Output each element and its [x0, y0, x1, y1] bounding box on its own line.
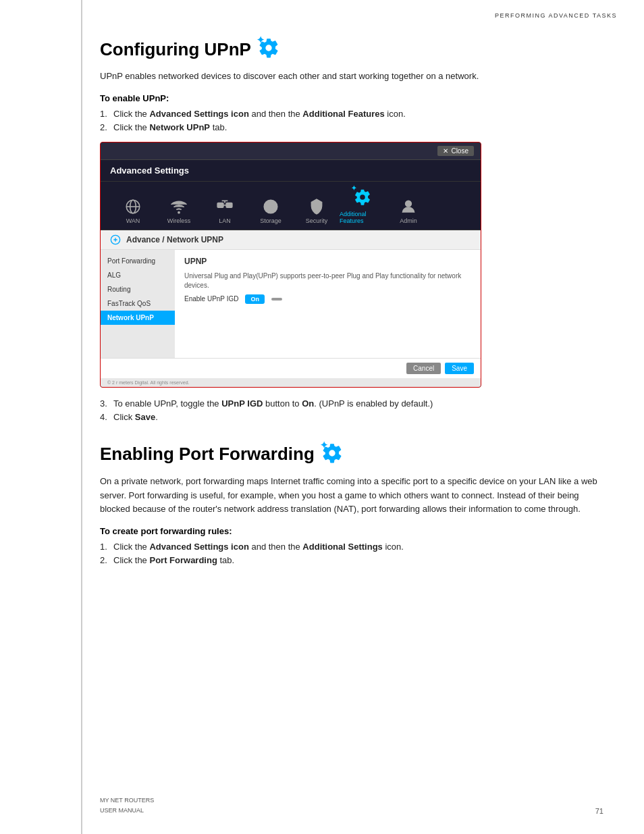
section1-subheading: To enable UPnP:: [100, 93, 603, 103]
footer-left: MY NET ROUTERS USER MANUAL: [100, 796, 154, 815]
nav-lan[interactable]: LAN: [202, 198, 248, 224]
s2-step1-bold1: Advanced Settings icon: [149, 542, 248, 552]
nav-wan-label: WAN: [126, 217, 140, 224]
dialog-sidebar: Port Forwarding ALG Routing FasTrack QoS…: [101, 250, 175, 358]
section2: Enabling Port Forwarding ✦ On a private …: [100, 442, 603, 565]
toggle-off-button[interactable]: [271, 298, 282, 301]
close-button[interactable]: ✕ Close: [437, 146, 474, 156]
footer-line1: MY NET ROUTERS: [100, 796, 154, 805]
sidebar-routing[interactable]: Routing: [101, 282, 175, 296]
dialog-main-content: UPNP Universal Plug and Play(UPnP) suppo…: [175, 250, 481, 358]
dialog-screenshot: ✕ Close Advanced Settings WAN Wireless: [100, 142, 481, 388]
section1-intro: UPnP enables networked devices to discov…: [100, 70, 603, 84]
nav-additional-features[interactable]: ✦ Additional Features: [340, 188, 385, 224]
nav-wireless[interactable]: Wireless: [156, 198, 202, 224]
nav-admin[interactable]: Admin: [385, 198, 431, 224]
section2-heading: Enabling Port Forwarding: [100, 444, 315, 465]
step1-bold2: Additional Features: [302, 109, 384, 119]
dialog-body: Port Forwarding ALG Routing FasTrack QoS…: [101, 250, 481, 358]
svg-point-11: [406, 201, 412, 207]
nav-admin-label: Admin: [400, 217, 417, 224]
nav-security-label: Security: [306, 217, 328, 224]
step3-bold1: UPnP IGD: [221, 398, 263, 409]
plus-icon-2: ✦: [320, 440, 328, 450]
section2-intro: On a private network, port forwarding ma…: [100, 475, 603, 517]
close-label: Close: [451, 147, 468, 155]
enable-upnp-row: Enable UPnP IGD On: [184, 294, 471, 304]
step-2: Click the Network UPnP tab.: [100, 122, 603, 132]
dialog-copyright: © 2 r meters Digital. All rights reserve…: [101, 378, 481, 387]
step4-bold: Save: [135, 412, 155, 422]
nav-storage-label: Storage: [260, 217, 281, 224]
sidebar-port-forwarding[interactable]: Port Forwarding: [101, 254, 175, 268]
nav-wireless-label: Wireless: [167, 217, 191, 224]
nav-lan-label: LAN: [219, 217, 231, 224]
plus-icon: ✦: [257, 34, 265, 45]
section2-step-2: Click the Port Forwarding tab.: [100, 555, 603, 565]
svg-point-3: [178, 211, 180, 213]
step1-bold1: Advanced Settings icon: [149, 109, 248, 119]
main-desc: Universal Plug and Play(UPnP) supports p…: [184, 271, 471, 290]
sidebar-fastrack-qos[interactable]: FasTrack QoS: [101, 296, 175, 311]
toggle-on-button[interactable]: On: [245, 294, 265, 304]
footer-page-number: 71: [595, 807, 603, 815]
steps-list-2: Click the Advanced Settings icon and the…: [100, 542, 603, 565]
sidebar-network-upnp[interactable]: Network UPnP: [101, 311, 175, 325]
dialog-footer: Cancel Save: [101, 358, 481, 378]
advance-network-header: Advance / Network UPNP: [101, 230, 481, 250]
svg-rect-5: [226, 203, 232, 207]
save-button[interactable]: Save: [445, 363, 474, 374]
gear-plus-icon-2: ✦: [321, 442, 346, 467]
enable-label: Enable UPnP IGD: [184, 295, 238, 303]
page-header: PERFORMING ADVANCED TASKS: [495, 12, 617, 19]
section2-title-row: Enabling Port Forwarding ✦: [100, 442, 603, 467]
step-1: Click the Advanced Settings icon and the…: [100, 109, 603, 119]
step-4: Click Save.: [100, 412, 603, 422]
steps-list-1: Click the Advanced Settings icon and the…: [100, 109, 603, 132]
section2-subheading: To create port forwarding rules:: [100, 526, 603, 536]
svg-rect-4: [217, 203, 223, 207]
nav-additional-features-label: Additional Features: [340, 211, 385, 224]
section1-title-row: Configuring UPnP ✦: [100, 37, 603, 61]
nav-security[interactable]: Security: [294, 198, 340, 224]
left-bar: [81, 0, 82, 834]
section2-step-1: Click the Advanced Settings icon and the…: [100, 542, 603, 552]
step3-bold2: On: [302, 398, 314, 409]
s2-step2-bold1: Port Forwarding: [149, 555, 217, 565]
sidebar-alg[interactable]: ALG: [101, 268, 175, 282]
dialog-topbar: ✕ Close: [101, 142, 481, 160]
svg-point-8: [269, 205, 273, 209]
advance-header-text: Advance / Network UPNP: [126, 235, 223, 244]
step2-bold1: Network UPnP: [149, 122, 210, 132]
gear-plus-icon: ✦: [258, 37, 282, 61]
page-footer: MY NET ROUTERS USER MANUAL 71: [100, 796, 603, 815]
nav-storage[interactable]: Storage: [248, 198, 294, 224]
dialog-header: Advanced Settings: [101, 160, 481, 182]
cancel-button[interactable]: Cancel: [406, 363, 441, 374]
nav-wan[interactable]: WAN: [110, 198, 156, 224]
steps-list-1b: To enable UPnP, toggle the UPnP IGD butt…: [100, 398, 603, 422]
section1-heading: Configuring UPnP: [100, 39, 251, 60]
step-3: To enable UPnP, toggle the UPnP IGD butt…: [100, 398, 603, 409]
close-x: ✕: [443, 147, 448, 155]
footer-line2: USER MANUAL: [100, 806, 154, 815]
icon-nav-row: WAN Wireless LAN: [101, 182, 481, 230]
s2-step1-bold2: Additional Settings: [302, 542, 382, 552]
main-section-name: UPNP: [184, 257, 471, 266]
